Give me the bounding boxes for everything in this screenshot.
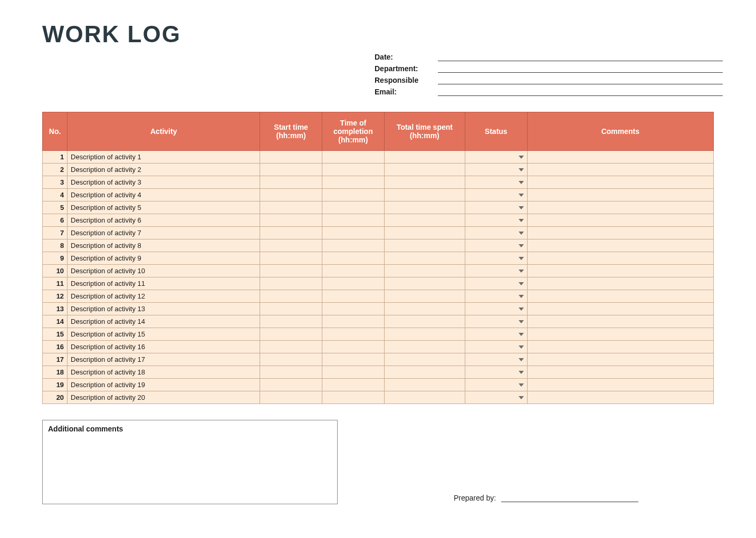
end-time-cell[interactable] bbox=[322, 290, 384, 303]
status-dropdown[interactable] bbox=[465, 189, 527, 201]
start-time-cell[interactable] bbox=[260, 391, 322, 404]
activity-cell[interactable]: Description of activity 1 bbox=[68, 151, 260, 164]
end-time-cell[interactable] bbox=[322, 164, 384, 176]
end-time-cell[interactable] bbox=[322, 151, 384, 164]
start-time-cell[interactable] bbox=[260, 151, 322, 164]
start-time-cell[interactable] bbox=[260, 328, 322, 341]
status-dropdown[interactable] bbox=[465, 366, 527, 379]
status-dropdown[interactable] bbox=[465, 239, 527, 252]
activity-cell[interactable]: Description of activity 16 bbox=[68, 341, 260, 353]
total-time-cell[interactable] bbox=[384, 328, 465, 341]
status-dropdown[interactable] bbox=[465, 379, 527, 391]
total-time-cell[interactable] bbox=[384, 151, 465, 164]
status-dropdown[interactable] bbox=[465, 214, 527, 227]
end-time-cell[interactable] bbox=[322, 214, 384, 227]
start-time-cell[interactable] bbox=[260, 277, 322, 290]
activity-cell[interactable]: Description of activity 17 bbox=[68, 353, 260, 366]
comments-cell[interactable] bbox=[527, 189, 713, 201]
total-time-cell[interactable] bbox=[384, 315, 465, 328]
end-time-cell[interactable] bbox=[322, 189, 384, 201]
status-dropdown[interactable] bbox=[465, 290, 527, 303]
status-dropdown[interactable] bbox=[465, 265, 527, 277]
start-time-cell[interactable] bbox=[260, 353, 322, 366]
start-time-cell[interactable] bbox=[260, 265, 322, 277]
end-time-cell[interactable] bbox=[322, 277, 384, 290]
comments-cell[interactable] bbox=[527, 379, 713, 391]
start-time-cell[interactable] bbox=[260, 315, 322, 328]
status-dropdown[interactable] bbox=[465, 315, 527, 328]
status-dropdown[interactable] bbox=[465, 277, 527, 290]
activity-cell[interactable]: Description of activity 7 bbox=[68, 227, 260, 239]
start-time-cell[interactable] bbox=[260, 214, 322, 227]
status-dropdown[interactable] bbox=[465, 252, 527, 265]
activity-cell[interactable]: Description of activity 6 bbox=[68, 214, 260, 227]
total-time-cell[interactable] bbox=[384, 391, 465, 404]
activity-cell[interactable]: Description of activity 19 bbox=[68, 379, 260, 391]
activity-cell[interactable]: Description of activity 18 bbox=[68, 366, 260, 379]
activity-cell[interactable]: Description of activity 20 bbox=[68, 391, 260, 404]
activity-cell[interactable]: Description of activity 5 bbox=[68, 201, 260, 214]
activity-cell[interactable]: Description of activity 4 bbox=[68, 189, 260, 201]
department-field[interactable] bbox=[438, 64, 723, 73]
comments-cell[interactable] bbox=[527, 277, 713, 290]
activity-cell[interactable]: Description of activity 8 bbox=[68, 239, 260, 252]
total-time-cell[interactable] bbox=[384, 277, 465, 290]
prepared-by-field[interactable] bbox=[501, 494, 638, 502]
comments-cell[interactable] bbox=[527, 164, 713, 176]
activity-cell[interactable]: Description of activity 10 bbox=[68, 265, 260, 277]
status-dropdown[interactable] bbox=[465, 303, 527, 315]
start-time-cell[interactable] bbox=[260, 290, 322, 303]
end-time-cell[interactable] bbox=[322, 176, 384, 189]
start-time-cell[interactable] bbox=[260, 189, 322, 201]
start-time-cell[interactable] bbox=[260, 201, 322, 214]
total-time-cell[interactable] bbox=[384, 227, 465, 239]
start-time-cell[interactable] bbox=[260, 164, 322, 176]
end-time-cell[interactable] bbox=[322, 239, 384, 252]
responsible-field[interactable] bbox=[438, 76, 723, 84]
total-time-cell[interactable] bbox=[384, 164, 465, 176]
total-time-cell[interactable] bbox=[384, 290, 465, 303]
end-time-cell[interactable] bbox=[322, 303, 384, 315]
comments-cell[interactable] bbox=[527, 341, 713, 353]
total-time-cell[interactable] bbox=[384, 176, 465, 189]
email-field[interactable] bbox=[438, 88, 723, 96]
comments-cell[interactable] bbox=[527, 265, 713, 277]
start-time-cell[interactable] bbox=[260, 366, 322, 379]
comments-cell[interactable] bbox=[527, 290, 713, 303]
start-time-cell[interactable] bbox=[260, 379, 322, 391]
total-time-cell[interactable] bbox=[384, 366, 465, 379]
total-time-cell[interactable] bbox=[384, 201, 465, 214]
end-time-cell[interactable] bbox=[322, 391, 384, 404]
activity-cell[interactable]: Description of activity 2 bbox=[68, 164, 260, 176]
status-dropdown[interactable] bbox=[465, 164, 527, 176]
status-dropdown[interactable] bbox=[465, 353, 527, 366]
activity-cell[interactable]: Description of activity 13 bbox=[68, 303, 260, 315]
start-time-cell[interactable] bbox=[260, 303, 322, 315]
comments-cell[interactable] bbox=[527, 303, 713, 315]
end-time-cell[interactable] bbox=[322, 265, 384, 277]
end-time-cell[interactable] bbox=[322, 341, 384, 353]
status-dropdown[interactable] bbox=[465, 227, 527, 239]
comments-cell[interactable] bbox=[527, 227, 713, 239]
activity-cell[interactable]: Description of activity 15 bbox=[68, 328, 260, 341]
status-dropdown[interactable] bbox=[465, 151, 527, 164]
status-dropdown[interactable] bbox=[465, 341, 527, 353]
total-time-cell[interactable] bbox=[384, 214, 465, 227]
comments-cell[interactable] bbox=[527, 391, 713, 404]
comments-cell[interactable] bbox=[527, 201, 713, 214]
end-time-cell[interactable] bbox=[322, 353, 384, 366]
comments-cell[interactable] bbox=[527, 214, 713, 227]
total-time-cell[interactable] bbox=[384, 265, 465, 277]
status-dropdown[interactable] bbox=[465, 328, 527, 341]
start-time-cell[interactable] bbox=[260, 252, 322, 265]
start-time-cell[interactable] bbox=[260, 341, 322, 353]
additional-comments-box[interactable]: Additional comments bbox=[42, 420, 338, 504]
end-time-cell[interactable] bbox=[322, 252, 384, 265]
comments-cell[interactable] bbox=[527, 151, 713, 164]
comments-cell[interactable] bbox=[527, 328, 713, 341]
end-time-cell[interactable] bbox=[322, 201, 384, 214]
total-time-cell[interactable] bbox=[384, 252, 465, 265]
total-time-cell[interactable] bbox=[384, 379, 465, 391]
end-time-cell[interactable] bbox=[322, 366, 384, 379]
total-time-cell[interactable] bbox=[384, 239, 465, 252]
